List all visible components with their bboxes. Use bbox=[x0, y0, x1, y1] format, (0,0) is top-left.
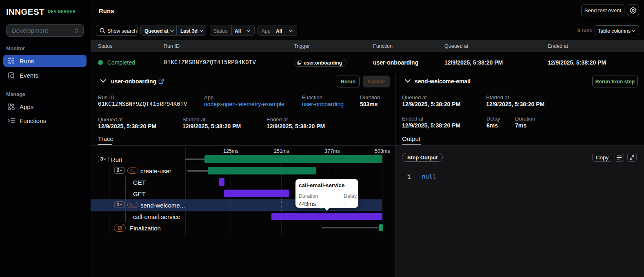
svg-text:INNGEST: INNGEST bbox=[6, 8, 44, 16]
